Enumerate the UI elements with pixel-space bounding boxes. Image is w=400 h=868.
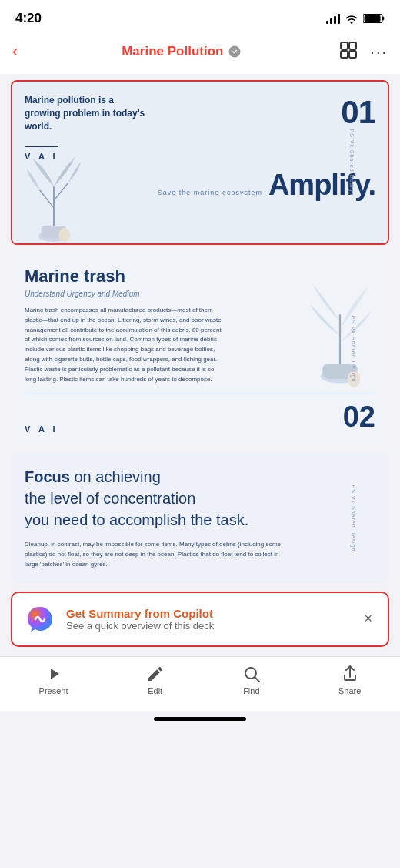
copilot-subtitle: See a quick overview of this deck: [66, 620, 350, 632]
slide1-number: 01: [341, 94, 375, 131]
slide1-side-label: PS Vk Shared Design: [349, 129, 355, 196]
svg-line-12: [54, 183, 68, 201]
slide2-side-label: PS Vk Shared Design: [351, 315, 356, 382]
slide1-plant-illustration: [23, 151, 85, 243]
slide2-vai: V A I: [25, 424, 58, 434]
svg-point-13: [58, 228, 70, 242]
slide1-headline: Marine pollution is a growing problem in…: [25, 94, 148, 132]
verified-icon: [228, 45, 242, 59]
tab-present[interactable]: Present: [39, 665, 68, 695]
copilot-icon: [25, 604, 55, 635]
slide3-title: Focus on achievingthe level of concentra…: [25, 466, 375, 531]
tab-find-label: Find: [243, 686, 259, 695]
slide2-number: 02: [343, 400, 375, 434]
slide1-amplify: Amplify.: [268, 170, 375, 199]
slide2-content: Marine trash Understand Urgency and Medi…: [11, 253, 389, 444]
svg-line-19: [255, 677, 259, 682]
slide3-content: Focus on achievingthe level of concentra…: [11, 452, 389, 583]
tab-present-label: Present: [39, 686, 68, 695]
slide1-save-text: Save the marine ecosystem: [158, 189, 262, 196]
slide3-body: Cleanup, in contrast, may be impossible …: [25, 540, 286, 569]
slide2-plant-illustration: [302, 263, 378, 387]
edit-icon: [146, 665, 165, 683]
slide-card-1[interactable]: Marine pollution is a growing problem in…: [11, 80, 389, 245]
status-icons: [326, 13, 385, 24]
svg-rect-5: [349, 42, 356, 49]
copilot-title-highlight: Summary: [88, 607, 141, 620]
tab-edit-label: Edit: [148, 686, 162, 695]
status-bar: 4:20: [0, 0, 400, 32]
svg-rect-1: [382, 17, 384, 21]
status-time: 4:20: [15, 11, 42, 26]
copilot-title-prefix: Get: [66, 607, 88, 620]
svg-rect-4: [341, 42, 348, 49]
slide2-body: Marine trash encompasses all manufacture…: [25, 306, 225, 384]
wifi-icon: [345, 13, 358, 24]
nav-title-text: Marine Pollution: [122, 44, 223, 59]
present-icon: [45, 665, 63, 683]
tab-share[interactable]: Share: [338, 665, 361, 695]
slide3-side-label: PS Vk Shared Design: [351, 484, 356, 551]
tab-find[interactable]: Find: [242, 665, 261, 695]
copilot-title-suffix: from Copilot: [142, 607, 213, 620]
slide1-content: Marine pollution is a growing problem in…: [12, 82, 388, 243]
tab-edit[interactable]: Edit: [146, 665, 165, 695]
svg-line-11: [40, 190, 54, 208]
nav-actions: ···: [339, 41, 388, 63]
more-button[interactable]: ···: [370, 43, 388, 61]
layout-button[interactable]: [339, 41, 358, 63]
tab-share-label: Share: [338, 686, 361, 695]
svg-rect-7: [349, 51, 356, 58]
slide-card-2[interactable]: Marine trash Understand Urgency and Medi…: [11, 253, 389, 444]
copilot-close-button[interactable]: ×: [361, 608, 375, 630]
tab-bar: Present Edit Find Share: [0, 656, 400, 711]
find-icon: [242, 665, 261, 683]
svg-rect-2: [365, 15, 381, 22]
slide2-bottom: V A I 02: [25, 394, 375, 434]
slide3-title-bold: Focus: [25, 468, 70, 485]
signal-bars-icon: [326, 13, 340, 24]
nav-bar: ‹ Marine Pollution ···: [0, 32, 400, 74]
svg-rect-6: [341, 51, 348, 58]
scroll-area: Marine pollution is a growing problem in…: [0, 74, 400, 656]
battery-icon: [363, 13, 385, 24]
share-icon: [341, 665, 359, 683]
copilot-title: Get Summary from Copilot: [66, 607, 350, 620]
copilot-text: Get Summary from Copilot See a quick ove…: [66, 607, 350, 632]
nav-title: Marine Pollution: [24, 44, 339, 59]
slide-card-3[interactable]: Focus on achievingthe level of concentra…: [11, 452, 389, 583]
home-indicator: [154, 717, 246, 721]
copilot-banner[interactable]: Get Summary from Copilot See a quick ove…: [11, 592, 389, 647]
back-button[interactable]: ‹: [12, 39, 24, 65]
